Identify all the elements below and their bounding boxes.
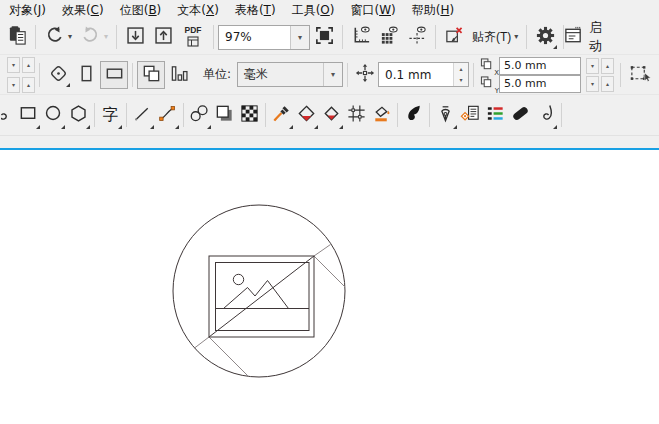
flyout-corner-icon	[553, 125, 557, 129]
duplicate-distance-spin-down[interactable]: ▾	[586, 76, 599, 92]
shape-line[interactable]	[314, 256, 345, 287]
export-button[interactable]	[149, 23, 177, 51]
drop-shadow-tool[interactable]	[212, 100, 237, 130]
page-size-spinners-spin-down[interactable]: ▾	[7, 77, 20, 93]
menu-tools[interactable]: 工具(O)	[284, 0, 343, 21]
rectangle-tool-icon	[18, 103, 39, 127]
smart-fill-tool[interactable]	[369, 100, 394, 130]
text-tool[interactable]: 字	[98, 100, 123, 130]
show-grid-button-icon	[379, 25, 400, 49]
toolbar-strip	[0, 135, 659, 148]
all-pages-button[interactable]	[137, 61, 165, 89]
menu-help[interactable]: 帮助(H)	[404, 0, 462, 21]
polygon-tool[interactable]	[66, 100, 91, 130]
toolbar-separator	[429, 103, 430, 127]
page-size-spinners-spin-down[interactable]: ▾	[7, 57, 20, 73]
artistic-media-tool[interactable]	[401, 100, 426, 130]
publish-pdf-button-label: PDF	[185, 26, 202, 35]
flyout-corner-icon	[150, 125, 154, 129]
treat-as-filled-button[interactable]	[625, 61, 653, 89]
transparency-tool-icon	[239, 103, 260, 127]
menu-object[interactable]: 对象(J)	[1, 0, 54, 21]
blend-tool[interactable]	[187, 100, 212, 130]
rectangle-tool[interactable]	[16, 100, 41, 130]
duplicate-distance-spin-up[interactable]: ▴	[601, 58, 614, 74]
redo-button-icon	[80, 25, 101, 49]
page-size-spinners-spin-up[interactable]: ▴	[22, 77, 35, 93]
units-combo[interactable]: 毫米▾	[237, 62, 343, 87]
menu-bitmaps[interactable]: 位图(B)	[112, 0, 170, 21]
toolbar-separator	[183, 103, 184, 127]
freehand-curve-tool-icon	[3, 103, 15, 127]
toolbar-separator	[39, 63, 40, 87]
fill-open-tool[interactable]	[458, 100, 483, 130]
pen-tool[interactable]	[433, 100, 458, 130]
page-dimensions-button[interactable]	[165, 61, 193, 89]
undo-button[interactable]: ▾	[40, 23, 76, 51]
snap-off-button[interactable]	[440, 23, 468, 51]
launch-button[interactable]: 启动	[568, 23, 596, 51]
object-styles-tool[interactable]	[483, 100, 508, 130]
shape-line[interactable]	[209, 337, 249, 377]
duplicate-distance-row-y: Y5.0 mm▾▴	[480, 76, 614, 92]
duplicate-distance-x-field[interactable]: 5.0 mm	[499, 57, 581, 75]
show-grid-button[interactable]	[375, 23, 403, 51]
undo-button-icon	[44, 25, 65, 49]
duplicate-distance-spin-up[interactable]: ▴	[601, 76, 614, 92]
publish-pdf-button[interactable]: PDF	[177, 23, 209, 51]
toolbar-separator	[126, 103, 127, 127]
shape-line[interactable]	[209, 256, 314, 337]
page-size-spinners-spin-up[interactable]: ▴	[22, 57, 35, 73]
portrait-button[interactable]	[72, 61, 100, 89]
shape-line[interactable]	[314, 245, 331, 257]
zoom-level-combo[interactable]: 97%▾	[218, 25, 310, 50]
duplicate-y-icon: Y	[480, 74, 499, 93]
nudge-offset-field[interactable]: 0.1 mm▴▾	[378, 62, 469, 87]
drawing-canvas[interactable]	[0, 150, 659, 424]
menu-effects[interactable]: 效果(C)	[54, 0, 112, 21]
ellipse-tool[interactable]	[41, 100, 66, 130]
transparency-tool[interactable]	[237, 100, 262, 130]
eyedropper-tool[interactable]	[269, 100, 294, 130]
nudge-offset-field-spin-down[interactable]: ▾	[454, 75, 468, 87]
chevron-down-icon: ▾	[514, 33, 518, 41]
import-button[interactable]	[121, 23, 149, 51]
fullscreen-preview-button[interactable]	[310, 23, 338, 51]
show-guidelines-button-icon	[407, 25, 428, 49]
options-button[interactable]	[531, 23, 559, 51]
nudge-offset-field-spin-up[interactable]: ▴	[454, 63, 468, 75]
redo-button[interactable]: ▾	[76, 23, 112, 51]
mesh-fill-tool[interactable]	[344, 100, 369, 130]
snap-to-dropdown[interactable]: 贴齐(T)▾	[468, 23, 522, 51]
toggle-tool[interactable]	[508, 100, 533, 130]
show-guidelines-button[interactable]	[403, 23, 431, 51]
line-tool[interactable]	[130, 100, 155, 130]
mesh-fill-tool-icon	[346, 103, 367, 127]
chevron-down-icon[interactable]: ▾	[323, 63, 342, 86]
page-settings-button[interactable]	[44, 61, 72, 89]
menu-window[interactable]: 窗口(W)	[342, 0, 403, 21]
shape-line[interactable]	[195, 337, 210, 348]
flyout-corner-icon	[118, 125, 122, 129]
toolbar-separator	[213, 25, 214, 49]
text-tool-glyph: 字	[103, 107, 119, 123]
page-size-spinners: ▾▴▾▴	[2, 57, 35, 93]
shape-polyline[interactable]	[224, 281, 289, 309]
toolbar-separator	[265, 103, 266, 127]
spiral-curve-tool[interactable]	[533, 100, 558, 130]
menu-text[interactable]: 文本(X)	[169, 0, 227, 21]
landscape-button[interactable]	[100, 61, 128, 89]
duplicate-distance-spin-down[interactable]: ▾	[586, 58, 599, 74]
fill-tool[interactable]	[294, 100, 319, 130]
image-icon-drawing[interactable]	[0, 150, 659, 424]
bezier-tool[interactable]	[155, 100, 180, 130]
paste-button[interactable]	[3, 23, 31, 51]
chevron-down-icon[interactable]: ▾	[290, 26, 309, 49]
duplicate-distance-y-field[interactable]: 5.0 mm	[499, 75, 581, 93]
freehand-curve-tool[interactable]	[1, 100, 16, 130]
menu-table[interactable]: 表格(T)	[227, 0, 284, 21]
show-rulers-button[interactable]	[347, 23, 375, 51]
interactive-fill-tool[interactable]	[319, 100, 344, 130]
units-label: 单位:	[203, 66, 231, 83]
shape-circle[interactable]	[233, 274, 243, 284]
